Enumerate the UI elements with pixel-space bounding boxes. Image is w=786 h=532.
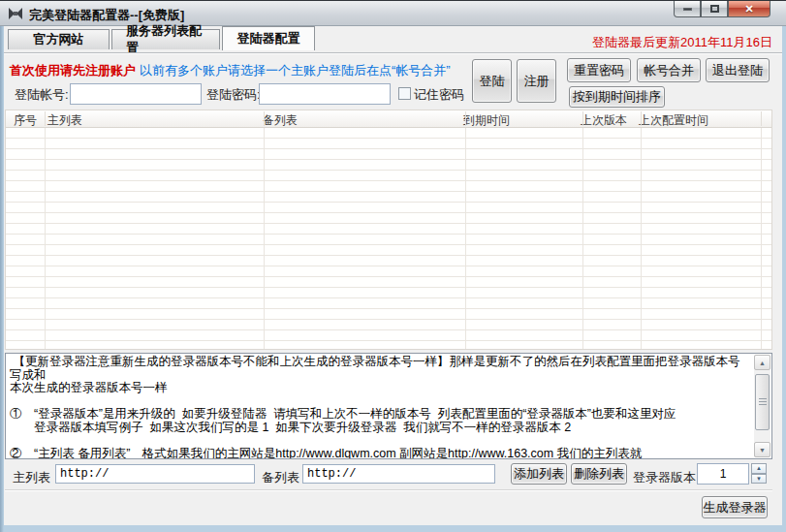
password-input[interactable] — [259, 83, 391, 105]
column-line — [761, 128, 762, 349]
generate-launcher-label: 生成登录器 — [704, 499, 767, 516]
scroll-up-button[interactable]: ▲ — [754, 355, 770, 370]
col-last-config-time[interactable]: 上次配置时间 — [639, 112, 708, 129]
column-line — [641, 128, 642, 349]
main-list-label: 主列表 — [13, 469, 50, 486]
generate-launcher-button[interactable]: 生成登录器 — [702, 496, 768, 518]
accounts-table[interactable]: 序号 主列表 备列表 到期时间 上次版本 上次配置时间 — [5, 110, 772, 350]
sort-by-expiry-button[interactable]: 按到期时间排序 — [569, 86, 665, 108]
add-list-label: 添加列表 — [514, 465, 564, 483]
reset-password-button[interactable]: 重置密码 — [567, 58, 631, 82]
minimize-icon — [683, 8, 692, 11]
instructions-box[interactable]: 【更新登录器注意重新生成的登录器版本号不能和上次生成的登录器版本号一样】那样是更… — [5, 353, 772, 459]
backup-list-label: 备列表 — [262, 469, 299, 486]
app-icon — [8, 6, 23, 21]
col-backup-list[interactable]: 备列表 — [263, 112, 298, 129]
scroll-down-button[interactable]: ▼ — [754, 442, 770, 457]
spin-down-icon: ▼ — [756, 476, 762, 482]
column-line — [465, 128, 466, 349]
header-separator — [45, 111, 46, 126]
logout-label: 退出登陆 — [712, 62, 763, 79]
delete-list-button[interactable]: 删除列表 — [571, 463, 627, 485]
tab-server-list-config[interactable]: 服务器列表配置 — [111, 29, 220, 49]
password-label: 登陆密码: — [206, 86, 261, 104]
spin-down-button[interactable]: ▼ — [751, 474, 767, 485]
reset-password-label: 重置密码 — [574, 62, 624, 79]
login-button-label: 登陆 — [480, 73, 505, 90]
scrollbar-thumb[interactable] — [755, 374, 770, 430]
column-line — [582, 128, 583, 349]
sort-by-expiry-label: 按到期时间排序 — [573, 88, 661, 106]
titlebar[interactable]: 完美登陆器配置器--[免费版] ✕ — [0, 1, 786, 26]
col-last-version[interactable]: 上次版本 — [581, 112, 627, 129]
thumb-grip — [759, 398, 767, 406]
separator-line — [5, 489, 772, 490]
backup-list-input[interactable] — [302, 464, 495, 484]
tab-panel-highlight — [4, 53, 782, 54]
scroll-up-icon: ▲ — [759, 360, 766, 366]
table-body[interactable] — [6, 128, 771, 349]
header-separator — [465, 111, 466, 126]
close-button[interactable]: ✕ — [728, 1, 770, 17]
register-button[interactable]: 注册 — [517, 59, 556, 103]
col-index[interactable]: 序号 — [14, 112, 37, 129]
tab-launcher-config[interactable]: 登陆器配置 — [222, 26, 315, 50]
account-input[interactable] — [70, 83, 202, 105]
launcher-version-input[interactable] — [697, 463, 749, 485]
merge-account-button[interactable]: 帐号合并 — [637, 58, 701, 82]
header-separator — [761, 111, 762, 126]
instructions-scrollbar[interactable]: ▲ ▼ — [754, 355, 770, 457]
last-update-note: 登陆器最后更新2011年11月16日 — [592, 34, 772, 51]
column-line — [264, 128, 265, 349]
column-line — [45, 128, 46, 349]
app-window: 完美登陆器配置器--[免费版] ✕ 官方网站 服务器列表配置 登陆器配置 登陆器… — [0, 0, 786, 532]
col-main-list[interactable]: 主列表 — [47, 112, 82, 129]
maximize-icon — [710, 5, 719, 13]
tab-label: 登陆器配置 — [237, 30, 300, 47]
header-separator — [641, 111, 642, 126]
merge-hint-text: 以前有多个账户请选择一个主账户登陆后在点“帐号合并” — [140, 62, 451, 79]
add-list-button[interactable]: 添加列表 — [511, 463, 567, 485]
register-button-label: 注册 — [524, 73, 550, 90]
spin-up-icon: ▲ — [756, 465, 762, 471]
register-hint-text: 首次使用请先注册账户 — [10, 62, 136, 79]
delete-list-label: 删除列表 — [574, 465, 624, 483]
version-spinner: ▲ ▼ — [751, 463, 767, 484]
col-expiry-time[interactable]: 到期时间 — [463, 112, 510, 129]
tab-official-site[interactable]: 官方网站 — [8, 29, 110, 49]
client-area: 官方网站 服务器列表配置 登陆器配置 登陆器最后更新2011年11月16日 首次… — [4, 26, 782, 525]
account-label: 登陆帐号: — [15, 86, 69, 104]
remember-password-checkbox[interactable] — [398, 87, 411, 100]
close-icon: ✕ — [744, 3, 753, 16]
login-button[interactable]: 登陆 — [472, 59, 512, 103]
header-separator — [264, 111, 265, 126]
table-header: 序号 主列表 备列表 到期时间 上次版本 上次配置时间 — [6, 110, 771, 128]
scroll-down-icon: ▼ — [759, 447, 766, 454]
header-separator — [582, 111, 583, 126]
remember-password-label: 记住密码 — [414, 86, 464, 104]
window-controls: ✕ — [674, 1, 770, 17]
tab-label: 官方网站 — [34, 31, 84, 48]
instructions-text: 【更新登录器注意重新生成的登录器版本号不能和上次生成的登录器版本号一样】那样是更… — [10, 356, 748, 459]
launcher-version-label: 登录器版本 — [633, 469, 696, 486]
main-list-input[interactable] — [55, 464, 255, 484]
spin-up-button[interactable]: ▲ — [751, 463, 767, 474]
minimize-button[interactable] — [674, 1, 701, 17]
merge-account-label: 帐号合并 — [644, 62, 694, 79]
maximize-button[interactable] — [701, 1, 728, 17]
logout-button[interactable]: 退出登陆 — [706, 58, 770, 82]
